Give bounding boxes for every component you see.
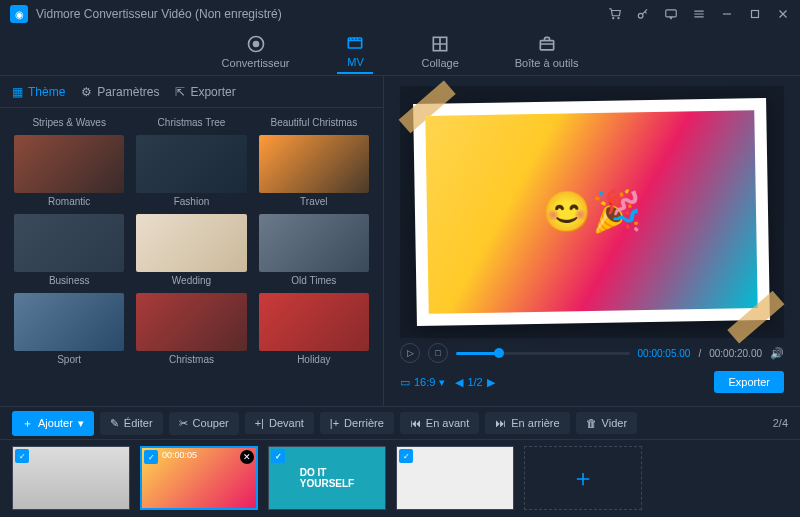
forward-button[interactable]: ⏮En avant [400, 412, 479, 434]
cut-button[interactable]: ✂Couper [169, 412, 239, 435]
theme-label: Christmas [136, 354, 246, 365]
chevron-down-icon: ▾ [439, 376, 445, 389]
svg-point-4 [253, 42, 258, 47]
aspect-selector[interactable]: ▭16:9▾ [400, 376, 445, 389]
chevron-down-icon: ▾ [78, 417, 84, 430]
maximize-icon[interactable] [748, 7, 762, 21]
add-label: Ajouter [38, 417, 73, 429]
plus-icon: ＋ [22, 416, 33, 431]
key-icon[interactable] [636, 7, 650, 21]
tab-theme-label: Thème [28, 85, 65, 99]
tab-settings[interactable]: ⚙ Paramètres [81, 85, 159, 99]
clip-check-icon: ✓ [271, 449, 285, 463]
theme-label: Business [14, 275, 124, 286]
tab-export[interactable]: ⇱ Exporter [175, 85, 235, 99]
clear-button[interactable]: 🗑Vider [576, 412, 637, 434]
skip-back-icon: ⏮ [410, 417, 421, 429]
behind-label: Derrière [344, 417, 384, 429]
theme-label: Romantic [14, 196, 124, 207]
volume-icon[interactable]: 🔊 [770, 346, 784, 360]
stop-button[interactable]: □ [428, 343, 448, 363]
feedback-icon[interactable] [664, 7, 678, 21]
page-selector[interactable]: ◀1/2▶ [455, 376, 494, 389]
clip-item[interactable]: ✓ [396, 446, 514, 510]
nav-mv-label: MV [347, 56, 364, 68]
right-panel: 😊🎉 ▷ □ 00:00:05.00/00:00:20.00 🔊 ▭16:9▾ … [384, 76, 800, 406]
theme-label: Old Times [259, 275, 369, 286]
plus-icon: ＋ [571, 462, 595, 494]
theme-thumb[interactable] [259, 214, 369, 272]
svg-rect-2 [752, 11, 759, 18]
backward-button[interactable]: ⏭En arrière [485, 412, 569, 434]
preview-frame: 😊🎉 [413, 98, 770, 326]
clip-duration: 00:00:05 [162, 450, 197, 460]
app-logo: ◉ [10, 5, 28, 23]
tab-theme[interactable]: ▦ Thème [12, 85, 65, 99]
left-icon: ◀ [455, 376, 463, 389]
close-icon[interactable] [776, 7, 790, 21]
cart-icon[interactable] [608, 7, 622, 21]
main-nav: Convertisseur MV Collage Boîte à outils [0, 28, 800, 76]
theme-label: Stripes & Waves [14, 117, 124, 128]
trash-icon: 🗑 [586, 417, 597, 429]
nav-collage[interactable]: Collage [413, 30, 466, 73]
content: ▦ Thème ⚙ Paramètres ⇱ Exporter Stripes … [0, 76, 800, 406]
add-clip-button[interactable]: ＋ [524, 446, 642, 510]
clip-check-icon: ✓ [399, 449, 413, 463]
gear-icon: ⚙ [81, 85, 92, 99]
aspect-value: 16:9 [414, 376, 435, 388]
cut-label: Couper [193, 417, 229, 429]
theme-label: Wedding [136, 275, 246, 286]
theme-thumb[interactable] [259, 293, 369, 351]
front-button[interactable]: +|Devant [245, 412, 314, 434]
nav-converter-label: Convertisseur [222, 57, 290, 69]
nav-mv[interactable]: MV [337, 29, 373, 74]
behind-icon: |+ [330, 417, 339, 429]
nav-toolbox-label: Boîte à outils [515, 57, 579, 69]
app-title: Vidmore Convertisseur Vidéo (Non enregis… [36, 7, 608, 21]
tab-export-label: Exporter [190, 85, 235, 99]
preview-area: 😊🎉 [400, 86, 784, 338]
theme-label: Sport [14, 354, 124, 365]
theme-thumb[interactable] [136, 214, 246, 272]
clip-counter: 2/4 [773, 417, 788, 429]
theme-label: Travel [259, 196, 369, 207]
toolbox-icon [537, 34, 557, 54]
theme-thumb[interactable] [14, 293, 124, 351]
clear-label: Vider [602, 417, 627, 429]
theme-label: Holiday [259, 354, 369, 365]
export-button[interactable]: Exporter [714, 371, 784, 393]
nav-converter[interactable]: Convertisseur [214, 30, 298, 73]
clip-item[interactable]: DO ITYOURSELF✓ [268, 446, 386, 510]
clip-item-selected[interactable]: ✓00:00:05✕ [140, 446, 258, 510]
nav-toolbox[interactable]: Boîte à outils [507, 30, 587, 73]
theme-thumb[interactable] [14, 135, 124, 193]
time-current: 00:00:05.00 [638, 348, 691, 359]
clip-item[interactable]: ✓ [12, 446, 130, 510]
wand-icon: ✎ [110, 417, 119, 430]
export-icon: ⇱ [175, 85, 185, 99]
grid-icon: ▦ [12, 85, 23, 99]
left-panel: ▦ Thème ⚙ Paramètres ⇱ Exporter Stripes … [0, 76, 384, 406]
theme-grid: Stripes & WavesChristmas TreeBeautiful C… [0, 108, 383, 406]
window-controls [608, 7, 790, 21]
seek-slider[interactable] [456, 352, 630, 355]
theme-thumb[interactable] [14, 214, 124, 272]
play-button[interactable]: ▷ [400, 343, 420, 363]
theme-thumb[interactable] [136, 293, 246, 351]
theme-thumb[interactable] [259, 135, 369, 193]
theme-thumb[interactable] [136, 135, 246, 193]
mv-icon [345, 33, 365, 53]
clip-remove-icon[interactable]: ✕ [240, 450, 254, 464]
timeline: ✓ ✓00:00:05✕ DO ITYOURSELF✓ ✓ ＋ [0, 440, 800, 516]
menu-icon[interactable] [692, 7, 706, 21]
behind-button[interactable]: |+Derrière [320, 412, 394, 434]
edit-button[interactable]: ✎Éditer [100, 412, 163, 435]
minimize-icon[interactable] [720, 7, 734, 21]
add-button[interactable]: ＋Ajouter▾ [12, 411, 94, 436]
preview-photo: 😊🎉 [426, 110, 759, 313]
clip-check-icon: ✓ [144, 450, 158, 464]
clip-check-icon: ✓ [15, 449, 29, 463]
forward-label: En avant [426, 417, 469, 429]
collage-icon [430, 34, 450, 54]
